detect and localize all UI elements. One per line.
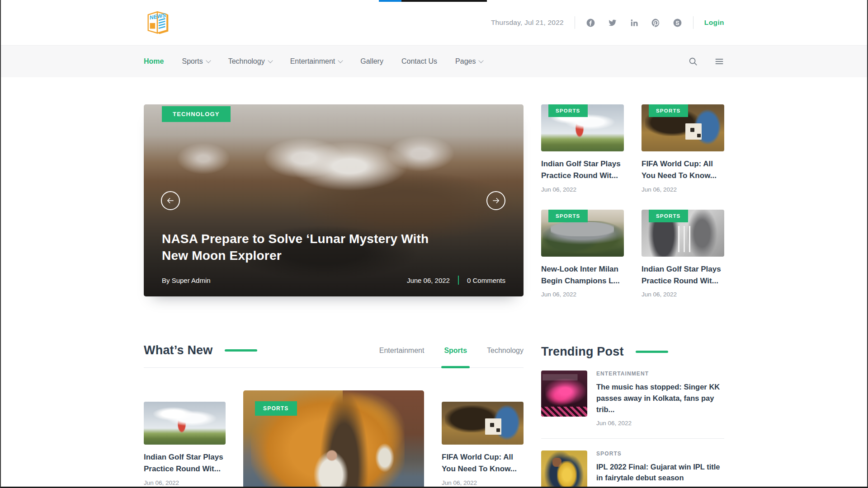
post-card: SPORTS New-Look Inter Milan Begin Champi… <box>541 210 624 298</box>
post-thumbnail-ipl-trophy[interactable] <box>541 450 587 488</box>
whats-new-card: Indian Golf Star Plays Practice Round Wi… <box>144 402 226 486</box>
post-title[interactable]: FIFA World Cup: All You Need To Know... <box>642 158 724 182</box>
post-thumbnail-basketball[interactable]: SPORTS <box>243 390 424 488</box>
main-navbar: Home Sports Technology Entertainment Gal… <box>1 45 867 77</box>
nav-item-entertainment[interactable]: Entertainment <box>290 57 343 66</box>
post-thumbnail-golf[interactable]: SPORTS <box>541 104 624 151</box>
nav-actions <box>688 56 724 66</box>
hero-author[interactable]: By Super Admin <box>162 277 211 284</box>
post-date: Jun 06, 2022 <box>642 186 724 193</box>
post-thumbnail-golf[interactable] <box>144 402 226 445</box>
whats-new-card-featured: SPORTS <box>243 390 424 488</box>
twitter-icon[interactable] <box>608 18 617 28</box>
trending-post-section: Trending Post ENTERTAINMENT The music ha… <box>541 345 724 488</box>
tab-sports[interactable]: Sports <box>444 347 467 355</box>
hero-title[interactable]: NASA Prepare to Solve ‘Lunar Mystery Wit… <box>162 230 444 264</box>
chevron-down-icon <box>268 58 273 63</box>
post-category-badge[interactable]: SPORTS <box>548 210 588 222</box>
hero-comments[interactable]: 0 Comments <box>467 277 505 284</box>
skype-icon[interactable] <box>673 18 682 28</box>
post-title[interactable]: Indian Golf Star Plays Practice Round Wi… <box>642 263 724 287</box>
facebook-icon[interactable] <box>586 18 595 28</box>
title-accent-dash <box>636 351 668 353</box>
divider <box>458 276 459 285</box>
whats-new-tabs: Entertainment Sports Technology <box>379 347 524 355</box>
post-title[interactable]: Indian Golf Star Plays Practice Round Wi… <box>541 158 624 182</box>
post-date: Jun 06, 2022 <box>442 479 524 486</box>
search-icon[interactable] <box>688 56 698 66</box>
social-links <box>586 18 682 28</box>
whats-new-card: FIFA World Cup: All You Need To Know... … <box>442 402 524 486</box>
post-thumbnail-football[interactable]: SPORTS <box>642 104 724 151</box>
post-category-badge[interactable]: SPORTS <box>649 210 688 222</box>
post-date: Jun 06, 2022 <box>642 291 724 298</box>
post-title[interactable]: FIFA World Cup: All You Need To Know... <box>442 451 524 475</box>
hero-slider: TECHNOLOGY NASA Prepare to Solve ‘Lunar … <box>144 104 524 296</box>
post-title[interactable]: Indian Golf Star Plays Practice Round Wi… <box>144 451 226 475</box>
pinterest-icon[interactable] <box>651 18 660 28</box>
nav-item-pages[interactable]: Pages <box>455 57 483 66</box>
post-date: Jun 06, 2022 <box>541 186 624 193</box>
linkedin-icon[interactable] <box>629 18 639 28</box>
post-category-badge[interactable]: SPORTS <box>255 401 297 416</box>
loading-progress-bar <box>379 0 487 2</box>
post-date: Jun 06, 2022 <box>541 291 624 298</box>
post-category[interactable]: SPORTS <box>596 450 724 457</box>
divider <box>575 16 575 29</box>
post-thumbnail-cinema[interactable] <box>541 371 587 417</box>
nav-item-sports[interactable]: Sports <box>182 57 210 66</box>
post-card: SPORTS Indian Golf Star Plays Practice R… <box>642 210 724 298</box>
trending-item: SPORTS IPL 2022 Final: Gujarat win IPL t… <box>541 439 724 488</box>
divider <box>693 16 693 29</box>
chevron-down-icon <box>338 58 343 63</box>
whats-new-section: What’s New Entertainment Sports Technolo… <box>144 343 524 488</box>
hero-date: June 06, 2022 <box>407 277 450 284</box>
post-title[interactable]: New-Look Inter Milan Begin Champions L..… <box>541 263 624 287</box>
site-header: NEWS Thursday, Jul 21, 2022 <box>144 0 724 45</box>
nav-item-gallery[interactable]: Gallery <box>360 57 383 66</box>
nav-item-technology[interactable]: Technology <box>228 57 272 66</box>
slider-prev-arrow-icon[interactable] <box>161 191 180 210</box>
menu-icon[interactable] <box>714 56 724 66</box>
nav-menu: Home Sports Technology Entertainment Gal… <box>144 57 483 66</box>
nav-item-contact-us[interactable]: Contact Us <box>401 57 437 66</box>
post-thumbnail-stadium[interactable]: SPORTS <box>541 210 624 257</box>
browser-page: NEWS Thursday, Jul 21, 2022 <box>0 0 868 488</box>
post-thumbnail-football[interactable] <box>442 402 524 445</box>
featured-posts-grid: SPORTS Indian Golf Star Plays Practice R… <box>541 104 724 298</box>
title-accent-dash <box>225 349 257 352</box>
post-title[interactable]: The music has stopped: Singer KK passes … <box>596 381 724 415</box>
post-title[interactable]: IPL 2022 Final: Gujarat win IPL title in… <box>596 461 724 484</box>
tab-technology[interactable]: Technology <box>487 347 524 355</box>
current-date: Thursday, Jul 21, 2022 <box>491 19 564 27</box>
post-category-badge[interactable]: SPORTS <box>649 104 688 117</box>
trending-item: ENTERTAINMENT The music has stopped: Sin… <box>541 371 724 438</box>
post-date: Jun 06, 2022 <box>596 420 724 427</box>
post-date: Jun 06, 2022 <box>144 479 226 486</box>
chevron-down-icon <box>479 58 484 63</box>
hero-category-badge[interactable]: TECHNOLOGY <box>162 106 231 122</box>
post-thumbnail-cricket[interactable]: SPORTS <box>642 210 724 257</box>
news-logo-icon[interactable]: NEWS <box>144 9 172 37</box>
post-card: SPORTS FIFA World Cup: All You Need To K… <box>642 104 724 193</box>
header-meta: Thursday, Jul 21, 2022 <box>491 16 724 29</box>
slider-next-arrow-icon[interactable] <box>486 191 505 210</box>
hero-caption: NASA Prepare to Solve ‘Lunar Mystery Wit… <box>162 230 505 285</box>
post-category[interactable]: ENTERTAINMENT <box>596 371 724 377</box>
post-card: SPORTS Indian Golf Star Plays Practice R… <box>541 104 624 193</box>
nav-item-home[interactable]: Home <box>144 57 164 66</box>
tab-entertainment[interactable]: Entertainment <box>379 347 425 355</box>
post-category-badge[interactable]: SPORTS <box>548 104 588 117</box>
login-link[interactable]: Login <box>704 19 724 27</box>
section-title: What’s New <box>144 343 213 357</box>
section-title: Trending Post <box>541 345 624 359</box>
chevron-down-icon <box>206 58 211 63</box>
